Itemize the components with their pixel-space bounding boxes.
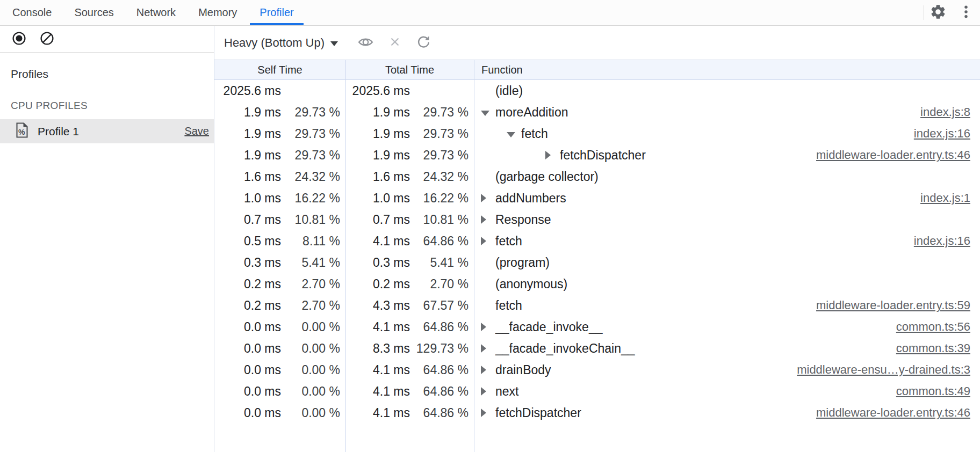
tab-memory[interactable]: Memory	[187, 0, 248, 25]
expander-icon[interactable]	[481, 109, 495, 116]
total-time-cell: 2025.6 ms	[345, 84, 474, 98]
source-link[interactable]: middleware-ensu…y-drained.ts:3	[786, 363, 980, 377]
total-time-cell: 0.2 ms 2.70 %	[345, 277, 474, 291]
source-link[interactable]: index.js:1	[910, 191, 980, 205]
function-name: Response	[495, 213, 551, 227]
function-name: fetchDispatcher	[560, 148, 646, 163]
source-link[interactable]: middleware-loader.entry.ts:59	[805, 298, 980, 312]
self-time-cell: 0.0 ms 0.00 %	[214, 341, 345, 356]
source-link[interactable]: middleware-loader.entry.ts:46	[805, 406, 980, 420]
total-time-percent: 29.73 %	[410, 105, 474, 120]
total-time-value: 4.1 ms	[345, 406, 410, 420]
total-time-cell: 4.1 ms 64.86 %	[345, 234, 474, 249]
indent-spacer	[481, 155, 545, 156]
total-time-percent: 64.86 %	[410, 406, 474, 420]
profile-table-row[interactable]: 0.5 ms 8.11 % 4.1 ms 64.86 % fetch index…	[214, 230, 980, 252]
source-link[interactable]: index.js:16	[903, 234, 980, 248]
profile-table-row[interactable]: 0.0 ms 0.00 % 4.1 ms 64.86 % drainBody m…	[214, 359, 980, 381]
self-time-value: 1.0 ms	[214, 191, 281, 206]
profile-table-row[interactable]: 0.0 ms 0.00 % 4.1 ms 64.86 % fetchDispat…	[214, 402, 980, 424]
self-time-cell: 1.9 ms 29.73 %	[214, 127, 345, 141]
tab-sources[interactable]: Sources	[63, 0, 125, 25]
source-link[interactable]: index.js:8	[910, 105, 980, 119]
profile-table-row[interactable]: 0.2 ms 2.70 % 0.2 ms 2.70 % (anonymous)	[214, 273, 980, 295]
profile-table-row[interactable]: 0.0 ms 0.00 % 4.1 ms 64.86 % next common…	[214, 381, 980, 402]
tab-profiler[interactable]: Profiler	[248, 0, 305, 25]
expander-icon[interactable]	[507, 130, 521, 137]
profile-item[interactable]: % Profile 1 Save	[0, 119, 214, 143]
total-time-value: 4.1 ms	[345, 320, 410, 334]
self-time-percent: 8.11 %	[281, 234, 345, 249]
total-time-value: 1.9 ms	[345, 148, 410, 163]
clear-profiles-button[interactable]	[39, 31, 55, 47]
profile-table-row[interactable]: 1.6 ms 24.32 % 1.6 ms 24.32 % (garbage c…	[214, 166, 980, 187]
expander-icon[interactable]	[481, 409, 495, 417]
self-time-percent: 29.73 %	[281, 105, 345, 120]
save-profile-link[interactable]: Save	[184, 125, 209, 137]
profile-table-row[interactable]: 1.9 ms 29.73 % 1.9 ms 29.73 % fetchDispa…	[214, 144, 980, 166]
total-time-percent: 129.73 %	[410, 341, 474, 356]
profile-table-row[interactable]: 1.0 ms 16.22 % 1.0 ms 16.22 % addNumbers…	[214, 187, 980, 209]
self-time-percent	[281, 84, 345, 98]
function-cell: next common.ts:49	[474, 384, 980, 399]
self-time-cell: 0.5 ms 8.11 %	[214, 234, 345, 249]
restore-functions-button[interactable]	[416, 34, 431, 52]
self-time-cell: 1.0 ms 16.22 %	[214, 191, 345, 206]
expander-icon[interactable]	[481, 366, 495, 374]
settings-button[interactable]	[924, 0, 952, 25]
self-time-value: 1.9 ms	[214, 127, 281, 141]
exclude-function-button[interactable]	[388, 35, 402, 50]
source-link[interactable]: index.js:16	[903, 127, 980, 141]
function-cell: (idle)	[474, 84, 980, 98]
view-mode-dropdown[interactable]: Heavy (Bottom Up)	[224, 36, 338, 50]
profile-table-row[interactable]: 1.9 ms 29.73 % 1.9 ms 29.73 % fetch inde…	[214, 123, 980, 144]
cpu-profiles-section-label: CPU PROFILES	[11, 100, 214, 112]
profile-table-row[interactable]: 0.0 ms 0.00 % 8.3 ms 129.73 % __facade_i…	[214, 338, 980, 359]
more-options-button[interactable]	[952, 0, 980, 25]
self-time-percent: 0.00 %	[281, 384, 345, 399]
devtools-window: Console Sources Network Memory Profiler	[0, 0, 980, 26]
total-time-percent: 64.86 %	[410, 320, 474, 334]
column-header-self-time[interactable]: Self Time	[214, 64, 345, 76]
expander-icon[interactable]	[481, 237, 495, 245]
expander-icon[interactable]	[545, 151, 560, 159]
x-icon	[388, 35, 402, 50]
profile-table-row[interactable]: 0.2 ms 2.70 % 4.3 ms 67.57 % fetch middl…	[214, 295, 980, 316]
total-time-value: 8.3 ms	[345, 341, 410, 356]
function-name: (program)	[495, 256, 550, 270]
self-time-value: 0.0 ms	[214, 363, 281, 377]
expander-icon[interactable]	[481, 387, 495, 396]
column-header-function[interactable]: Function	[474, 64, 980, 76]
profiles-toolbar	[0, 26, 214, 53]
profile-table-row[interactable]: 0.7 ms 10.81 % 0.7 ms 10.81 % Response	[214, 209, 980, 230]
tab-network[interactable]: Network	[125, 0, 187, 25]
grid-header-row: Self Time Total Time Function	[214, 60, 980, 80]
self-time-cell: 0.2 ms 2.70 %	[214, 277, 345, 291]
function-name: fetchDispatcher	[495, 406, 581, 420]
self-time-value: 2025.6 ms	[214, 84, 281, 98]
source-link[interactable]: common.ts:49	[885, 384, 980, 398]
focus-function-button[interactable]	[357, 34, 374, 52]
total-time-cell: 8.3 ms 129.73 %	[345, 341, 474, 356]
expander-icon[interactable]	[481, 194, 495, 202]
self-time-value: 0.0 ms	[214, 406, 281, 420]
source-link[interactable]: common.ts:56	[885, 320, 980, 334]
tab-console[interactable]: Console	[1, 0, 63, 25]
total-time-percent: 2.70 %	[410, 277, 474, 291]
profile-table-row[interactable]: 0.0 ms 0.00 % 4.1 ms 64.86 % __facade_in…	[214, 316, 980, 338]
column-header-total-time[interactable]: Total Time	[345, 64, 474, 76]
source-link[interactable]: middleware-loader.entry.ts:46	[805, 148, 980, 162]
profile-table-row[interactable]: 1.9 ms 29.73 % 1.9 ms 29.73 % moreAdditi…	[214, 101, 980, 123]
profile-table-row[interactable]: 0.3 ms 5.41 % 0.3 ms 5.41 % (program)	[214, 252, 980, 273]
total-time-cell: 1.9 ms 29.73 %	[345, 127, 474, 141]
profile-table-row[interactable]: 2025.6 ms 2025.6 ms (idle)	[214, 80, 980, 101]
expander-icon[interactable]	[481, 323, 495, 331]
expander-icon[interactable]	[481, 215, 495, 224]
total-time-cell: 1.9 ms 29.73 %	[345, 105, 474, 120]
self-time-cell: 0.3 ms 5.41 %	[214, 256, 345, 270]
total-time-percent: 10.81 %	[410, 213, 474, 227]
record-profile-button[interactable]	[11, 31, 27, 47]
expander-icon[interactable]	[481, 344, 495, 353]
total-time-cell: 4.1 ms 64.86 %	[345, 384, 474, 399]
source-link[interactable]: common.ts:39	[885, 341, 980, 355]
